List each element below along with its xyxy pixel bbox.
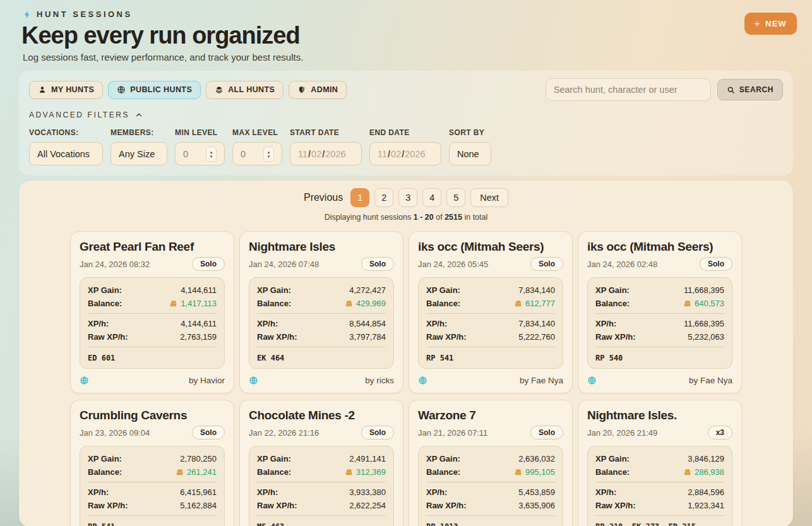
stat-label: Raw XP/h: — [426, 332, 467, 342]
stat-label: XP/h: — [426, 487, 447, 497]
stat-value: 3,797,784 — [349, 332, 386, 342]
stat-label: XP Gain: — [595, 285, 630, 295]
results-panel: Previous12345Next Displaying hunt sessio… — [19, 181, 793, 526]
page-button-5[interactable]: 5 — [446, 188, 465, 207]
previous-page-link[interactable]: Previous — [304, 192, 343, 203]
advanced-filters-toggle[interactable]: ADVANCED FILTERS — [29, 111, 143, 119]
toolbar-row: MY HUNTS PUBLIC HUNTS ALL HUNTS ADMIN SE… — [29, 78, 783, 101]
stat-row-xp-gain: XP Gain: 2,491,141 — [257, 452, 386, 465]
tab-my-hunts[interactable]: MY HUNTS — [29, 81, 103, 99]
user-icon — [38, 85, 47, 94]
hunt-session-card[interactable]: Nightmare Isles Jan 24, 2026 07:48 Solo … — [239, 231, 403, 393]
new-button[interactable]: + NEW — [744, 13, 797, 35]
layers-icon — [215, 85, 224, 94]
page-button-2[interactable]: 2 — [374, 188, 393, 207]
stat-value: 7,834,140 — [518, 319, 555, 328]
stat-value: 5,232,063 — [688, 332, 724, 342]
stat-label: XP Gain: — [426, 285, 460, 295]
divider — [595, 347, 724, 347]
card-meta: Jan 24, 2026 08:32 Solo — [80, 257, 225, 271]
filter-control-sort-by[interactable]: None — [449, 142, 491, 165]
hunt-session-card[interactable]: Great Pearl Fan Reef Jan 24, 2026 08:32 … — [70, 231, 234, 393]
hunt-session-card[interactable]: Crumbling Caverns Jan 23, 2026 09:04 Sol… — [70, 400, 234, 526]
filter-control-min-level[interactable]: 0 ▴▾ — [175, 142, 225, 165]
stat-row-xp-h: XP/h: 2,884,596 — [595, 486, 724, 499]
footer-icons — [418, 376, 427, 385]
next-page-button[interactable]: Next — [470, 188, 508, 207]
page-button-3[interactable]: 3 — [398, 188, 417, 207]
stat-label: XP/h: — [88, 487, 109, 497]
vocations-line: RP 210, EK 273, ED 215 — [595, 519, 724, 526]
divider — [426, 313, 555, 314]
divider — [257, 515, 386, 516]
stat-value: 6,415,961 — [180, 487, 217, 497]
filter-group-sort-by: SORT BY None — [449, 128, 491, 165]
stat-value-balance: 640,573 — [683, 299, 724, 308]
stat-value: 5,222,760 — [518, 332, 555, 342]
hunt-session-card[interactable]: Chocolate Mines -2 Jan 22, 2026 21:16 So… — [239, 400, 403, 526]
stat-row-raw-xp-h: Raw XP/h: 2,622,254 — [257, 499, 386, 512]
stat-row-raw-xp-h: Raw XP/h: 3,635,906 — [426, 499, 555, 512]
filter-value: All Vocations — [37, 149, 90, 159]
hunt-session-card[interactable]: iks occ (Mitmah Seers) Jan 24, 2026 02:4… — [578, 231, 742, 393]
vocations-line: RP 541 — [426, 350, 555, 362]
stat-value: 4,272,427 — [349, 285, 386, 295]
stat-label: XP/h: — [88, 319, 109, 328]
filter-group-start-date: START DATE 11/02/2026 — [290, 128, 362, 165]
filter-control-start-date[interactable]: 11/02/2026 — [290, 142, 362, 165]
search-button[interactable]: SEARCH — [717, 79, 783, 100]
card-meta: Jan 22, 2026 21:16 Solo — [249, 426, 394, 439]
stat-row-xp-h: XP/h: 5,453,859 — [426, 486, 555, 499]
stat-value: 2,763,159 — [180, 332, 217, 342]
stat-value: 8,544,854 — [349, 319, 386, 328]
tab-public-hunts[interactable]: PUBLIC HUNTS — [108, 81, 201, 99]
hunt-session-card[interactable]: iks occ (Mitmah Seers) Jan 24, 2026 05:4… — [409, 231, 573, 393]
hunt-date: Jan 23, 2026 09:04 — [80, 428, 150, 438]
filter-value: None — [457, 149, 479, 159]
stat-value: 2,491,141 — [349, 454, 386, 463]
filter-value: 0 — [241, 149, 246, 159]
divider — [426, 482, 555, 482]
stat-label: Balance: — [595, 299, 630, 308]
hunt-title: Warzone 7 — [418, 408, 563, 422]
filter-control-max-level[interactable]: 0 ▴▾ — [232, 142, 282, 165]
stats-box: XP Gain: 7,834,140 Balance: 612,777 XP/h… — [418, 277, 563, 369]
vocations-line: MS 463 — [257, 519, 386, 526]
stat-label: Balance: — [88, 467, 122, 477]
card-meta: Jan 24, 2026 05:45 Solo — [418, 257, 563, 271]
hunt-session-card[interactable]: Nightmare Isles. Jan 20, 2026 21:49 x3 X… — [578, 400, 742, 526]
tab-admin[interactable]: ADMIN — [289, 81, 347, 99]
stat-label: XP/h: — [257, 487, 278, 497]
stat-row-xp-gain: XP Gain: 4,272,427 — [257, 284, 386, 297]
footer-icons — [587, 376, 597, 385]
stat-value-balance: 1,417,113 — [169, 299, 217, 308]
tab-all-hunts[interactable]: ALL HUNTS — [206, 81, 284, 99]
stepper-arrows-icon[interactable]: ▴▾ — [263, 146, 274, 162]
hunt-session-card[interactable]: Warzone 7 Jan 21, 2026 07:11 Solo XP Gai… — [409, 400, 573, 526]
search-input[interactable] — [546, 78, 711, 101]
card-meta: Jan 21, 2026 07:11 Solo — [418, 426, 563, 439]
filter-control-end-date[interactable]: 11/02/2026 — [369, 142, 441, 165]
party-size-badge: Solo — [361, 426, 394, 439]
stat-row-xp-gain: XP Gain: 2,636,032 — [426, 452, 555, 465]
divider — [257, 482, 386, 482]
hunt-date: Jan 20, 2026 21:49 — [587, 428, 657, 438]
stat-value: 3,635,906 — [518, 501, 555, 510]
stepper-arrows-icon[interactable]: ▴▾ — [206, 146, 217, 162]
stat-label: Raw XP/h: — [595, 501, 636, 510]
page-button-4[interactable]: 4 — [422, 188, 441, 207]
pagination-summary: Displaying hunt sessions 1 - 20 of 2515 … — [19, 213, 793, 222]
stat-value: 7,834,140 — [518, 285, 555, 295]
stat-row-balance: Balance: 995,105 — [426, 465, 555, 479]
stat-row-balance: Balance: 1,417,113 — [88, 297, 217, 310]
stat-label: Raw XP/h: — [257, 501, 297, 510]
stat-value: 2,884,596 — [688, 487, 724, 497]
party-size-badge: x3 — [708, 426, 732, 439]
stat-label: XP/h: — [595, 319, 616, 328]
filter-control-members[interactable]: Any Size — [110, 142, 167, 165]
summary-suffix: in total — [464, 213, 487, 222]
filter-control-vocations[interactable]: All Vocations — [29, 142, 103, 165]
stat-label: Raw XP/h: — [88, 501, 128, 510]
vocations-line: RP 541 — [88, 519, 217, 526]
page-button-1[interactable]: 1 — [350, 188, 369, 207]
